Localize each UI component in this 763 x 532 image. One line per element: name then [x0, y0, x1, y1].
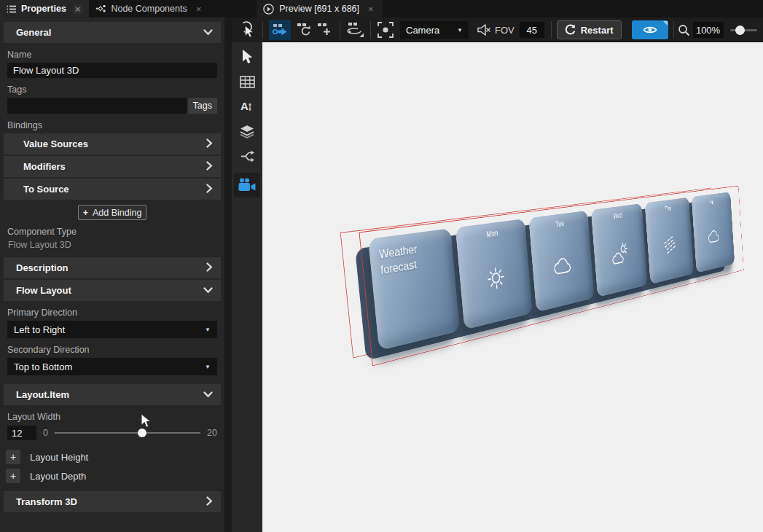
chevron-right-icon — [206, 262, 213, 274]
text-tool-icon[interactable]: A — [240, 98, 255, 114]
section-transform-3d-label: Transform 3D — [16, 496, 77, 507]
tab-preview[interactable]: Preview [691 x 686] × — [257, 0, 382, 17]
tab-properties-label: Properties — [21, 4, 66, 14]
preview-toolbar: Camera ▼ FOV Restart — [232, 17, 763, 42]
layout-height-label: Layout Height — [30, 452, 88, 463]
visibility-toggle-button[interactable] — [632, 20, 668, 39]
name-input[interactable] — [7, 63, 217, 78]
mouse-cursor — [141, 413, 152, 431]
zoom-slider-handle[interactable] — [735, 26, 745, 35]
panel-splitter[interactable] — [224, 17, 232, 532]
grid-tool-icon[interactable] — [240, 74, 255, 90]
cloud-icon — [708, 227, 721, 246]
section-layout-item-label: Layout.Item — [16, 389, 69, 400]
secondary-direction-value: Top to Bottom — [14, 361, 72, 372]
plus-icon: + — [83, 208, 88, 218]
primary-direction-value: Left to Right — [14, 324, 65, 335]
properties-list-icon — [7, 5, 16, 13]
slider-min-label: 0 — [43, 428, 48, 438]
section-flow-layout[interactable]: Flow Layout — [4, 280, 221, 301]
play-circle-icon — [263, 4, 274, 15]
camera-dropdown-value: Camera — [406, 25, 439, 36]
tab-node-components-close-icon[interactable]: × — [194, 4, 204, 14]
drizzle-icon — [664, 234, 678, 257]
interaction-mode-button[interactable] — [239, 20, 255, 39]
zoom-slider[interactable] — [730, 29, 757, 31]
restart-label: Restart — [581, 25, 614, 36]
fov-input[interactable] — [520, 22, 544, 38]
component-type-label: Component Type — [7, 227, 224, 237]
secondary-direction-dropdown[interactable]: Top to Bottom ▼ — [7, 358, 217, 375]
layout-width-input[interactable] — [7, 426, 36, 440]
speaker-muted-icon[interactable] — [475, 23, 491, 37]
binding-row-label: Modifiers — [23, 161, 66, 172]
binding-row-to-source[interactable]: To Source — [4, 179, 221, 200]
preview-camera-tool-active[interactable] — [234, 173, 260, 197]
sun-icon — [482, 259, 510, 300]
add-layout-depth-button[interactable]: + — [6, 469, 20, 483]
section-general-label: General — [16, 27, 51, 38]
section-description[interactable]: Description — [4, 257, 221, 278]
toolbar-separator — [370, 21, 371, 39]
tags-button[interactable]: Tags — [188, 98, 217, 114]
section-general[interactable]: General — [4, 22, 221, 43]
dropdown-arrow-icon: ▼ — [205, 364, 211, 370]
toolbar-separator — [340, 21, 340, 39]
primary-direction-dropdown[interactable]: Left to Right ▼ — [7, 321, 217, 338]
eye-icon — [643, 25, 657, 35]
camera-dropdown[interactable]: Camera ▼ — [400, 21, 469, 39]
tab-spacer — [210, 0, 254, 17]
slider-max-label: 20 — [207, 428, 217, 438]
app-root: Properties × Node Components × — [0, 0, 763, 532]
component-type-value: Flow Layout 3D — [8, 240, 224, 250]
secondary-direction-label: Secondary Direction — [7, 345, 224, 355]
reset-camera-button[interactable] — [296, 23, 313, 37]
tags-input[interactable] — [7, 98, 187, 114]
toolbar-separator — [673, 21, 674, 39]
focus-selection-button[interactable] — [377, 21, 394, 39]
add-camera-button[interactable] — [316, 23, 334, 37]
chevron-right-icon — [206, 138, 213, 150]
tab-node-components[interactable]: Node Components × — [89, 0, 210, 17]
select-tool-icon[interactable] — [241, 49, 254, 65]
magnifier-icon — [678, 24, 690, 36]
connections-icon[interactable] — [240, 148, 255, 164]
tab-preview-close-icon[interactable]: × — [366, 4, 376, 14]
properties-panel: General Name Tags Tags Bindings Value So… — [0, 17, 224, 532]
section-description-label: Description — [16, 262, 69, 273]
layout-depth-label: Layout Depth — [30, 471, 86, 482]
tab-properties-close-icon[interactable]: × — [73, 4, 83, 14]
preview-canvas[interactable]: Weather forecast Mon — [262, 42, 763, 532]
binding-row-modifiers[interactable]: Modifiers — [4, 156, 221, 177]
binding-row-label: Value Sources — [23, 138, 88, 149]
tab-bar: Properties × Node Components × — [0, 0, 763, 17]
selection-wireframe-front — [359, 186, 744, 367]
layers-icon[interactable] — [239, 123, 255, 139]
toolbar-separator — [262, 21, 263, 39]
section-layout-item[interactable]: Layout.Item — [4, 384, 221, 405]
section-transform-3d[interactable]: Transform 3D — [4, 491, 221, 512]
restart-button[interactable]: Restart — [557, 20, 622, 39]
chevron-down-icon — [203, 389, 213, 400]
layout-width-slider[interactable] — [55, 432, 200, 434]
add-layout-height-button[interactable]: + — [6, 450, 20, 464]
chevron-right-icon — [206, 184, 213, 195]
dropdown-arrow-icon: ▼ — [457, 27, 463, 34]
tab-node-components-label: Node Components — [111, 4, 187, 14]
orbit-camera-button[interactable] — [345, 22, 364, 38]
chevron-down-icon — [203, 285, 213, 296]
binding-row-label: To Source — [23, 184, 69, 195]
chevron-down-icon — [203, 27, 213, 38]
zoom-level-input[interactable] — [693, 22, 724, 38]
corner-badge-icon — [663, 21, 668, 26]
svg-text:A: A — [240, 100, 249, 112]
edit-camera-mode-button[interactable] — [269, 20, 291, 40]
tags-label: Tags — [7, 85, 224, 95]
name-label: Name — [7, 50, 224, 60]
dropdown-arrow-icon: ▼ — [205, 326, 211, 333]
tab-properties[interactable]: Properties × — [0, 0, 89, 17]
restart-icon — [565, 24, 576, 36]
add-binding-button[interactable]: + Add Binding — [78, 205, 146, 220]
cloud-sun-icon — [611, 241, 630, 268]
binding-row-value-sources[interactable]: Value Sources — [4, 133, 221, 154]
